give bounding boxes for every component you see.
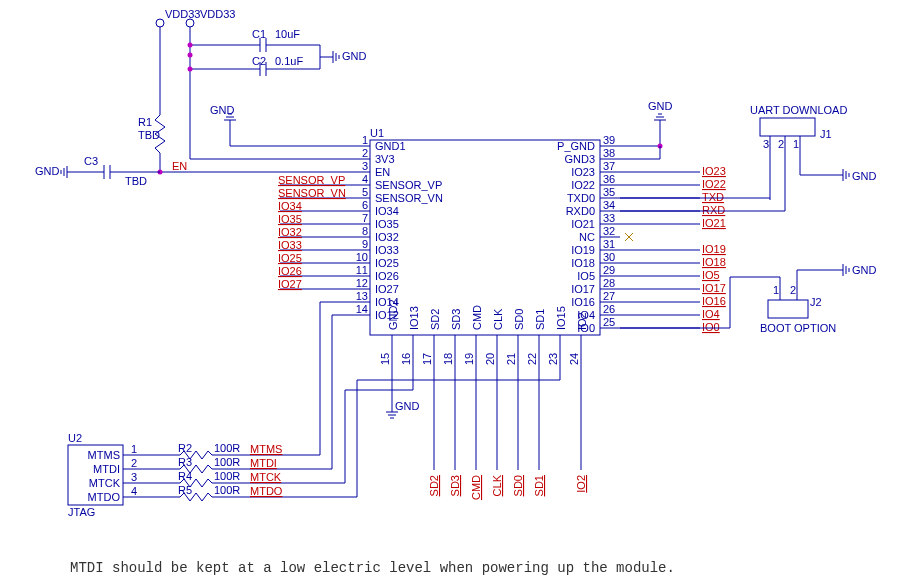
svg-text:100R: 100R	[214, 470, 240, 482]
gnd-label-bottom: GND	[395, 400, 420, 412]
svg-text:4: 4	[362, 173, 368, 185]
svg-text:MTDO: MTDO	[250, 485, 283, 497]
svg-text:100R: 100R	[214, 484, 240, 496]
svg-text:IO5: IO5	[577, 270, 595, 282]
svg-text:IO0: IO0	[702, 321, 720, 333]
r1-val: TBD	[138, 129, 160, 141]
svg-text:13: 13	[356, 290, 368, 302]
svg-text:IO27: IO27	[278, 278, 302, 290]
c1-ref: C1	[252, 28, 266, 40]
svg-text:100R: 100R	[214, 456, 240, 468]
svg-text:IO25: IO25	[278, 252, 302, 264]
svg-text:IO26: IO26	[278, 265, 302, 277]
svg-text:R4: R4	[178, 470, 192, 482]
svg-text:IO4: IO4	[702, 308, 720, 320]
svg-text:34: 34	[603, 199, 615, 211]
svg-text:MTCK: MTCK	[250, 471, 282, 483]
svg-text:IO18: IO18	[571, 257, 595, 269]
svg-text:19: 19	[463, 353, 475, 365]
svg-text:SENSOR_VP: SENSOR_VP	[278, 174, 345, 186]
svg-text:9: 9	[362, 238, 368, 250]
svg-text:14: 14	[356, 303, 368, 315]
svg-text:IO21: IO21	[702, 217, 726, 229]
svg-text:RXD: RXD	[702, 204, 725, 216]
svg-text:IO22: IO22	[702, 178, 726, 190]
svg-text:IO33: IO33	[375, 244, 399, 256]
svg-text:IO22: IO22	[571, 179, 595, 191]
u2-name: JTAG	[68, 506, 95, 518]
svg-point-168	[188, 67, 193, 72]
svg-text:IO16: IO16	[702, 295, 726, 307]
svg-text:P_GND: P_GND	[557, 140, 595, 152]
svg-text:22: 22	[526, 353, 538, 365]
svg-text:15: 15	[379, 353, 391, 365]
svg-text:IO15: IO15	[555, 306, 567, 330]
svg-text:35: 35	[603, 186, 615, 198]
svg-text:6: 6	[362, 199, 368, 211]
r1-ref: R1	[138, 116, 152, 128]
svg-text:R2: R2	[178, 442, 192, 454]
svg-text:IO34: IO34	[278, 200, 302, 212]
svg-text:SD3: SD3	[449, 475, 461, 496]
svg-rect-207	[760, 118, 815, 136]
svg-text:MTCK: MTCK	[89, 477, 121, 489]
gnd-label-c3: GND	[35, 165, 60, 177]
svg-text:33: 33	[603, 212, 615, 224]
svg-text:SD1: SD1	[533, 475, 545, 496]
svg-text:26: 26	[603, 303, 615, 315]
svg-text:GND2: GND2	[387, 299, 399, 330]
j2-ref: J2	[810, 296, 822, 308]
svg-text:SD2: SD2	[429, 309, 441, 330]
svg-text:39: 39	[603, 134, 615, 146]
svg-text:GND1: GND1	[375, 140, 406, 152]
gnd-label-u1-right: GND	[648, 100, 673, 112]
svg-text:IO27: IO27	[375, 283, 399, 295]
net-en-left: EN	[172, 160, 187, 172]
svg-text:MTMS: MTMS	[250, 443, 282, 455]
svg-point-159	[156, 19, 164, 27]
svg-text:IO35: IO35	[278, 213, 302, 225]
svg-text:CLK: CLK	[491, 474, 503, 496]
gnd-c3	[61, 166, 80, 178]
svg-text:10: 10	[356, 251, 368, 263]
svg-text:3: 3	[362, 160, 368, 172]
c2-ref: C2	[252, 55, 266, 67]
c3-val: TBD	[125, 175, 147, 187]
svg-text:IO33: IO33	[278, 239, 302, 251]
svg-point-167	[188, 43, 193, 48]
gnd-label-caps: GND	[342, 50, 367, 62]
svg-text:SENSOR_VN: SENSOR_VN	[278, 187, 346, 199]
svg-text:1: 1	[362, 134, 368, 146]
svg-text:TXD: TXD	[702, 191, 724, 203]
svg-text:R5: R5	[178, 484, 192, 496]
svg-text:29: 29	[603, 264, 615, 276]
svg-text:11: 11	[356, 264, 368, 276]
svg-text:IO32: IO32	[375, 231, 399, 243]
svg-text:3V3: 3V3	[375, 153, 395, 165]
svg-text:16: 16	[400, 353, 412, 365]
svg-rect-219	[768, 300, 808, 318]
svg-text:IO32: IO32	[278, 226, 302, 238]
svg-text:20: 20	[484, 353, 496, 365]
svg-text:CLK: CLK	[492, 308, 504, 330]
gnd-label-j2: GND	[852, 264, 877, 276]
schematic-canvas: U1 1GND123V33EN4SENSOR_VPSENSOR_VP5SENSO…	[0, 0, 903, 580]
svg-text:2: 2	[131, 457, 137, 469]
svg-text:17: 17	[421, 353, 433, 365]
svg-text:21: 21	[505, 353, 517, 365]
svg-text:IO2: IO2	[576, 312, 588, 330]
svg-text:MTDI: MTDI	[93, 463, 120, 475]
svg-text:SD0: SD0	[513, 309, 525, 330]
svg-text:IO13: IO13	[408, 306, 420, 330]
svg-text:SENSOR_VN: SENSOR_VN	[375, 192, 443, 204]
svg-text:1: 1	[773, 284, 779, 296]
j2-name: BOOT OPTION	[760, 322, 836, 334]
svg-text:SD0: SD0	[512, 475, 524, 496]
svg-text:GND3: GND3	[564, 153, 595, 165]
svg-text:IO25: IO25	[375, 257, 399, 269]
svg-text:38: 38	[603, 147, 615, 159]
svg-text:IO16: IO16	[571, 296, 595, 308]
svg-text:RXD0: RXD0	[566, 205, 595, 217]
svg-text:5: 5	[362, 186, 368, 198]
svg-text:CMD: CMD	[470, 475, 482, 500]
